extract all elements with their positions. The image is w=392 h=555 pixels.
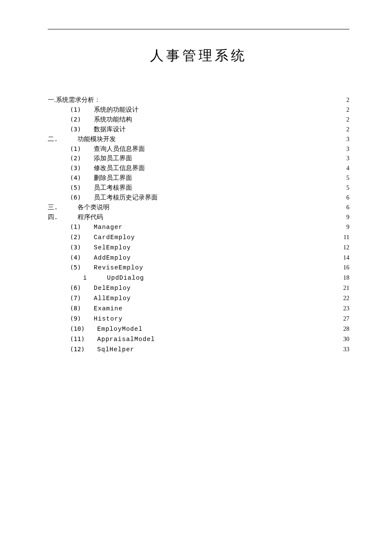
toc-entry-label: EmployModel — [97, 324, 143, 334]
toc-entry-number: (9) — [70, 314, 94, 324]
toc-entry: (5)员工考核界面5 — [70, 183, 349, 193]
toc-entry-number: (3) — [70, 124, 94, 134]
toc-entry: (7)AllEmploy22 — [70, 293, 349, 304]
toc-entry-page: 9 — [342, 222, 349, 232]
toc-entry-page: 28 — [342, 324, 349, 334]
toc-entry-page: 3 — [342, 134, 349, 144]
toc-entry-page: 4 — [342, 163, 349, 173]
toc-entry-label: 功能模块开发 — [78, 134, 116, 144]
toc-entry-number: (11) — [70, 334, 97, 344]
toc-entry-label: CardEmploy — [94, 233, 135, 243]
toc-entry: iUpdDialog18 — [83, 273, 349, 283]
toc-entry: (11)AppraisalModel30 — [70, 334, 349, 344]
toc-entry: 二.功能模块开发3 — [48, 134, 349, 144]
toc-entry-label: 员工考核历史记录界面 — [94, 193, 158, 202]
toc-entry-number: (7) — [70, 293, 94, 303]
toc-entry-page: 6 — [342, 193, 349, 202]
toc-entry: (2)CardEmploy11 — [70, 232, 349, 243]
toc-entry-label: Examine — [94, 304, 123, 314]
table-of-contents: 一.系统需求分析：2(1)系统的功能设计2(2)系统功能结构2(3)数据库设计2… — [48, 95, 349, 355]
toc-entry-number: (1) — [70, 144, 94, 154]
toc-entry-number: (4) — [70, 173, 94, 183]
toc-entry: 四.程序代码9 — [48, 212, 349, 222]
toc-entry-number: (6) — [70, 193, 94, 202]
toc-entry-label: AddEmploy — [94, 253, 131, 263]
toc-entry-number: (1) — [70, 105, 94, 115]
toc-entry-number: i — [83, 273, 107, 283]
toc-entry: (9)History27 — [70, 314, 349, 324]
toc-entry-page: 5 — [342, 173, 349, 183]
toc-entry: (2)系统功能结构2 — [70, 115, 349, 124]
toc-entry: (10)EmployModel28 — [70, 324, 349, 334]
toc-entry-page: 3 — [342, 144, 349, 154]
toc-entry-page: 11 — [342, 232, 349, 242]
toc-entry-label: SelEmploy — [94, 243, 131, 253]
toc-entry-label: 查询人员信息界面 — [94, 144, 145, 154]
toc-entry-page: 27 — [342, 314, 349, 324]
toc-entry: (6)DelEmploy21 — [70, 283, 349, 293]
toc-entry-number: (6) — [70, 283, 94, 293]
toc-entry: (5)ReviseEmploy16 — [70, 263, 349, 273]
toc-entry-page: 30 — [342, 334, 349, 344]
toc-entry-label: 员工考核界面 — [94, 183, 132, 193]
document-title: 人事管理系统 — [48, 46, 349, 65]
toc-entry: (12)SqlHelper33 — [70, 344, 349, 355]
toc-entry-label: History — [94, 314, 123, 324]
toc-entry-page: 5 — [342, 183, 349, 193]
toc-entry-page: 33 — [342, 344, 349, 354]
toc-entry-number: (3) — [70, 243, 94, 252]
toc-entry: (3)SelEmploy12 — [70, 243, 349, 253]
document-page: 人事管理系统 一.系统需求分析：2(1)系统的功能设计2(2)系统功能结构2(3… — [0, 0, 392, 355]
toc-entry: (4)AddEmploy14 — [70, 253, 349, 263]
toc-entry-label: SqlHelper — [97, 345, 134, 355]
toc-entry-label: Manager — [94, 223, 123, 232]
top-rule — [48, 29, 349, 29]
toc-entry-page: 2 — [342, 95, 349, 105]
toc-entry: (1)系统的功能设计2 — [70, 105, 349, 115]
toc-entry-page: 23 — [342, 304, 349, 313]
toc-entry-page: 2 — [342, 115, 349, 124]
toc-entry-label: 程序代码 — [78, 212, 103, 222]
toc-entry-label: AllEmploy — [94, 294, 131, 304]
toc-entry-number: 三. — [48, 202, 78, 212]
toc-entry: 一.系统需求分析：2 — [48, 95, 349, 105]
toc-entry: (2)添加员工界面3 — [70, 153, 349, 163]
toc-entry-page: 21 — [342, 283, 349, 293]
toc-entry-label: UpdDialog — [107, 273, 144, 283]
toc-entry-number: (1) — [70, 222, 94, 232]
toc-entry-page: 22 — [342, 293, 349, 303]
toc-entry-number: (4) — [70, 253, 94, 263]
toc-entry-number: (3) — [70, 163, 94, 173]
toc-entry-label: 系统功能结构 — [94, 115, 132, 124]
toc-entry-label: 数据库设计 — [94, 124, 126, 134]
toc-entry-label: 各个类说明 — [78, 202, 110, 212]
toc-entry-page: 6 — [342, 202, 349, 212]
toc-entry-label: 系统的功能设计 — [94, 105, 138, 115]
toc-entry: (1)Manager9 — [70, 222, 349, 232]
toc-entry-label: 修改员工信息界面 — [94, 163, 145, 173]
toc-entry-page: 2 — [342, 105, 349, 115]
toc-entry-page: 3 — [342, 153, 349, 163]
toc-entry-label: 删除员工界面 — [94, 173, 132, 183]
toc-entry-page: 18 — [342, 273, 349, 283]
toc-entry-label: ReviseEmploy — [94, 263, 143, 273]
toc-entry-page: 16 — [342, 263, 349, 272]
toc-entry: (6)员工考核历史记录界面6 — [70, 193, 349, 202]
toc-entry-label: 一.系统需求分析： — [48, 95, 101, 105]
toc-entry-page: 2 — [342, 124, 349, 134]
toc-entry-number: (2) — [70, 115, 94, 124]
toc-entry-number: (2) — [70, 153, 94, 163]
toc-entry-page: 14 — [342, 253, 349, 263]
toc-entry-page: 12 — [342, 243, 349, 252]
toc-entry-number: (5) — [70, 183, 94, 193]
toc-entry: (4)删除员工界面5 — [70, 173, 349, 183]
toc-entry-label: AppraisalModel — [97, 335, 155, 344]
toc-entry-label: DelEmploy — [94, 283, 131, 293]
toc-entry: 三.各个类说明6 — [48, 202, 349, 212]
toc-entry-number: (12) — [70, 344, 97, 354]
toc-entry-number: 四. — [48, 212, 78, 222]
toc-entry: (8)Examine23 — [70, 304, 349, 314]
toc-entry: (3)修改员工信息界面4 — [70, 163, 349, 173]
toc-entry-number: (2) — [70, 232, 94, 242]
toc-entry-number: (5) — [70, 263, 94, 272]
